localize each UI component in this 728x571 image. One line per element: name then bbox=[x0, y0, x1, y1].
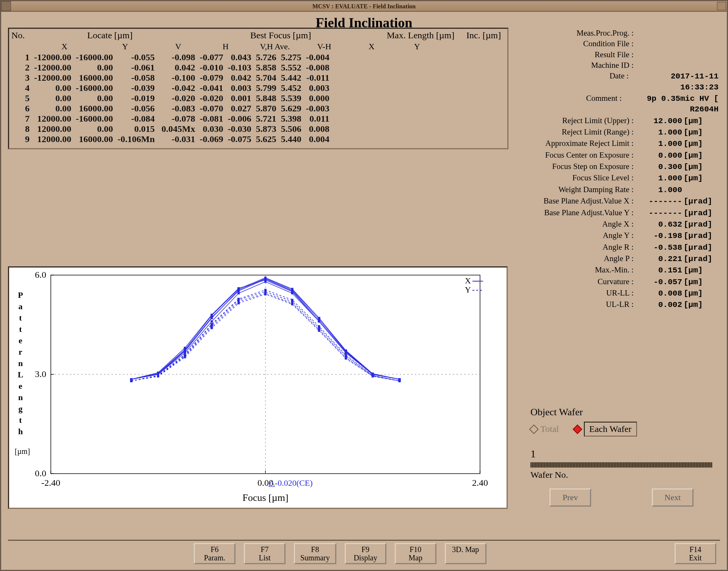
info-row: Weight Damping Rate :1.000 bbox=[523, 184, 720, 196]
table-cell: -0.041 bbox=[198, 83, 226, 93]
info-label: Max.-Min. : bbox=[523, 264, 637, 275]
radio-total[interactable]: Total bbox=[530, 424, 559, 434]
info-value: 0.000 bbox=[637, 150, 682, 161]
svg-rect-81 bbox=[184, 349, 186, 351]
next-button[interactable]: Next bbox=[652, 488, 693, 507]
window-title: MCSV : EVALUATE - Field Inclination bbox=[312, 3, 416, 9]
info-unit: [µrad] bbox=[682, 254, 712, 264]
table-cell: 0.043 bbox=[226, 52, 254, 63]
info-value: 0.008 bbox=[637, 288, 682, 299]
table-cell: 16000.00 bbox=[74, 73, 115, 83]
table-cell: 5.539 bbox=[279, 93, 304, 103]
table-cell: 5.726 bbox=[254, 52, 279, 63]
prev-button[interactable]: Prev bbox=[549, 488, 591, 507]
svg-rect-84 bbox=[264, 277, 267, 279]
table-cell: -0.011 bbox=[304, 73, 332, 83]
info-row: Focus Slice Level :1.000[µm] bbox=[523, 172, 720, 184]
table-cell: -0.100 bbox=[157, 73, 198, 83]
svg-rect-125 bbox=[184, 354, 186, 356]
info-value: 12.000 bbox=[637, 116, 682, 127]
focus-chart: 0.03.06.0-2.400.002.40Focus [µm]PatternL… bbox=[9, 268, 507, 508]
svg-rect-128 bbox=[264, 289, 267, 291]
table-cell: -0.031 bbox=[157, 134, 198, 144]
table-cell: -16000.00 bbox=[74, 83, 115, 93]
table-cell: 5.858 bbox=[254, 63, 279, 73]
table-cell: -0.078 bbox=[157, 114, 198, 124]
table-cell: -0.020 bbox=[157, 93, 198, 103]
table-cell: 8 bbox=[11, 124, 32, 134]
info-value: 0.300 bbox=[637, 162, 682, 172]
diamond-icon bbox=[529, 424, 538, 434]
table-cell: 9 bbox=[11, 134, 32, 144]
svg-rect-129 bbox=[291, 299, 293, 301]
svg-text:3.0: 3.0 bbox=[35, 369, 46, 379]
info-label: Angle Y : bbox=[523, 230, 637, 241]
wafer-slider[interactable] bbox=[530, 462, 712, 468]
table-cell: -0.003 bbox=[304, 103, 332, 114]
radio-each-wafer[interactable]: Each Wafer bbox=[574, 422, 637, 436]
info-row: Curvature :-0.057[µm] bbox=[523, 276, 720, 288]
chart-panel: 0.03.06.0-2.400.002.40Focus [µm]PatternL… bbox=[8, 266, 508, 509]
info-unit: [µm] bbox=[682, 162, 703, 172]
info-value: -0.538 bbox=[637, 242, 682, 253]
col-x: X bbox=[34, 42, 95, 52]
info-value: -0.198 bbox=[637, 231, 682, 241]
svg-text:n: n bbox=[18, 393, 23, 402]
col-maxlength-header: Max. Length [µm] bbox=[387, 30, 454, 41]
col-x2: X bbox=[349, 42, 394, 52]
svg-text:X: X bbox=[465, 276, 471, 285]
col-v: V bbox=[155, 42, 201, 52]
fn-button-3d-map[interactable]: 3D. Map bbox=[445, 543, 486, 564]
info-label: Weight Damping Rate : bbox=[523, 184, 637, 195]
info-row: Meas.Proc.Prog. : bbox=[523, 28, 720, 38]
minimize-icon[interactable] bbox=[717, 2, 726, 10]
fn-label: Display bbox=[354, 554, 377, 562]
info-unit: [µm] bbox=[682, 127, 703, 138]
table-cell: -0.030 bbox=[226, 124, 254, 134]
svg-text:t: t bbox=[19, 415, 22, 425]
table-cell: 5.629 bbox=[279, 103, 304, 114]
svg-rect-62 bbox=[264, 280, 267, 283]
svg-rect-115 bbox=[211, 327, 213, 329]
info-row: Angle X :0.632[µrad] bbox=[523, 219, 720, 230]
exit-button[interactable]: F14 Exit bbox=[675, 543, 716, 564]
info-label: Date : bbox=[523, 70, 632, 81]
info-row: UL-LR :0.002[µm] bbox=[523, 299, 720, 310]
table-cell: 5.873 bbox=[254, 124, 279, 134]
info-unit: [µm] bbox=[682, 150, 703, 161]
fn-button-summary[interactable]: F8Summary bbox=[294, 543, 336, 564]
col-no-header: No. bbox=[11, 30, 25, 41]
table-cell: -16000.00 bbox=[74, 114, 115, 124]
info-label: Machine ID : bbox=[523, 60, 637, 70]
info-unit: [µm] bbox=[682, 173, 703, 184]
info-row: Condition File : bbox=[523, 38, 720, 49]
info-label: Comment : bbox=[523, 93, 625, 103]
table-cell: 0.003 bbox=[226, 83, 254, 93]
info-label: Angle R : bbox=[523, 242, 637, 252]
info-label: Focus Step on Exposure : bbox=[523, 161, 637, 172]
table-cell: 0.015 bbox=[115, 124, 157, 134]
table-cell: 5.552 bbox=[279, 63, 304, 73]
table-cell: 5.799 bbox=[254, 83, 279, 93]
info-value: 2017-11-11 16:33:23 bbox=[632, 71, 719, 93]
fn-key-label: F8 bbox=[300, 545, 330, 554]
table-cell: 0.030 bbox=[198, 124, 226, 134]
diamond-icon bbox=[573, 424, 582, 434]
table-cell: -0.079 bbox=[198, 73, 226, 83]
app-window: MCSV : EVALUATE - Field Inclination Fiel… bbox=[0, 0, 728, 571]
system-menu-icon[interactable] bbox=[1, 1, 11, 11]
fn-button-param-[interactable]: F6Param. bbox=[194, 543, 235, 564]
info-label: UL-LR : bbox=[523, 299, 637, 310]
info-value: 1.000 bbox=[637, 185, 682, 196]
table-row: 9 12000.00 16000.00-0.106Mn-0.031-0.069-… bbox=[11, 134, 332, 144]
fn-button-map[interactable]: F10Map bbox=[395, 543, 436, 564]
svg-rect-80 bbox=[157, 372, 159, 374]
table-cell: -0.004 bbox=[304, 52, 332, 63]
info-unit: [µm] bbox=[682, 300, 703, 310]
group-headers: No. Locate [µm] Best Focus [µm] Max. Len… bbox=[11, 30, 505, 42]
info-label: Angle P : bbox=[523, 253, 637, 264]
fn-button-list[interactable]: F7List bbox=[244, 543, 286, 564]
info-label: Meas.Proc.Prog. : bbox=[523, 28, 637, 38]
table-cell: 0.003 bbox=[304, 83, 332, 93]
fn-button-display[interactable]: F9Display bbox=[345, 543, 386, 564]
